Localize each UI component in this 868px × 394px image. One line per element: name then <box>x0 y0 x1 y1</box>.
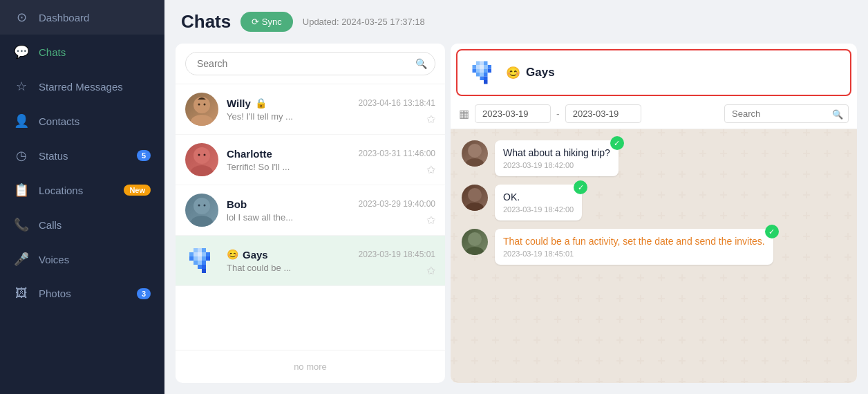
chat-item-willy[interactable]: Willy 🔒 2023-04-16 13:18:41 Yes! I'll te… <box>176 84 445 135</box>
svg-point-51 <box>466 158 484 167</box>
messages-area: What about a hiking trip? 2023-03-19 18:… <box>451 129 857 383</box>
svg-rect-29 <box>202 265 206 269</box>
sidebar-item-calls[interactable]: 📞 Calls <box>0 207 164 242</box>
svg-point-53 <box>466 203 484 211</box>
msg-bubble: That could be a fun activity, set the da… <box>495 229 773 265</box>
chat-name: Willy <box>227 97 251 109</box>
sidebar-item-label: Starred Messages <box>39 81 123 93</box>
main-content: Chats ⟳ Sync Updated: 2024-03-25 17:37:1… <box>164 0 868 394</box>
chat-name-row: Charlotte 2023-03-31 11:46:00 <box>227 148 435 160</box>
svg-point-52 <box>468 188 482 202</box>
svg-rect-27 <box>202 261 206 265</box>
photos-icon: 🖼 <box>14 286 29 301</box>
date-from-input[interactable] <box>475 104 551 123</box>
sidebar-item-chats[interactable]: 💬 Chats <box>0 35 164 69</box>
svg-rect-23 <box>198 256 202 261</box>
chat-time: 2023-04-16 13:18:41 <box>359 98 435 108</box>
svg-rect-16 <box>206 252 210 256</box>
svg-rect-19 <box>198 252 202 256</box>
sidebar: ⊙ Dashboard 💬 Chats ☆ Starred Messages 👤… <box>0 0 164 394</box>
filter-search-input[interactable] <box>724 104 849 123</box>
chat-item-bob[interactable]: Bob 2023-03-29 19:40:00 lol I saw all th… <box>176 185 445 236</box>
avatar-charlotte <box>185 143 218 176</box>
status-icon: ◷ <box>14 148 29 163</box>
svg-point-3 <box>204 104 206 106</box>
search-box: 🔍 <box>176 44 445 84</box>
chat-preview: lol I saw all the... <box>227 212 435 223</box>
content-area: 🔍 Willy 🔒 2023-04-16 13:18:41 Yes! I'll … <box>164 44 868 394</box>
svg-point-2 <box>198 104 200 106</box>
star-icon: ✩ <box>426 113 435 126</box>
svg-rect-40 <box>488 69 492 73</box>
svg-point-50 <box>468 144 482 158</box>
svg-rect-37 <box>476 65 480 69</box>
sync-button[interactable]: ⟳ Sync <box>240 12 293 32</box>
svg-rect-26 <box>198 261 202 265</box>
svg-rect-18 <box>194 252 198 256</box>
svg-point-4 <box>194 147 210 164</box>
svg-rect-35 <box>488 65 492 69</box>
sidebar-item-label: Chats <box>39 46 66 58</box>
svg-rect-47 <box>480 77 484 81</box>
svg-rect-43 <box>484 69 488 73</box>
svg-point-9 <box>191 216 213 227</box>
svg-point-55 <box>466 247 484 255</box>
sidebar-item-status[interactable]: ◷ Status 5 <box>0 138 164 173</box>
svg-rect-28 <box>198 265 202 269</box>
svg-rect-30 <box>202 269 206 273</box>
gays-emoji: 😊 <box>227 249 238 260</box>
chat-name: Bob <box>227 198 247 210</box>
calendar-icon: ▦ <box>459 107 469 120</box>
svg-rect-44 <box>476 73 480 77</box>
svg-rect-13 <box>194 248 198 252</box>
chat-time: 2023-03-31 11:46:00 <box>359 149 435 158</box>
chat-item-gays[interactable]: 😊 Gays 2023-03-19 18:45:01 That could be… <box>176 236 445 286</box>
sidebar-item-label: Calls <box>39 219 62 231</box>
svg-rect-25 <box>194 261 198 265</box>
message-row: What about a hiking trip? 2023-03-19 18:… <box>462 140 846 176</box>
svg-rect-33 <box>480 62 484 66</box>
chat-item-charlotte[interactable]: Charlotte 2023-03-31 11:46:00 Terrific! … <box>176 135 445 185</box>
svg-point-11 <box>204 205 206 207</box>
svg-rect-31 <box>473 65 477 69</box>
page-header: Chats ⟳ Sync Updated: 2024-03-25 17:37:1… <box>164 0 868 44</box>
filter-search-icon: 🔍 <box>832 109 843 119</box>
chat-info-willy: Willy 🔒 2023-04-16 13:18:41 Yes! I'll te… <box>227 97 435 122</box>
svg-rect-21 <box>206 256 210 261</box>
message-row: OK. 2023-03-19 18:42:00 ✓ <box>462 185 846 221</box>
chat-preview: Terrific! So I'll ... <box>227 162 435 172</box>
star-icon: ✩ <box>426 163 435 176</box>
message-row: That could be a fun activity, set the da… <box>462 229 846 265</box>
page-title: Chats <box>181 11 231 32</box>
whatsapp-icon: ✓ <box>610 136 624 150</box>
sidebar-item-locations[interactable]: 📋 Locations New <box>0 173 164 207</box>
sidebar-item-photos[interactable]: 🖼 Photos 3 <box>0 276 164 310</box>
sidebar-item-starred[interactable]: ☆ Starred Messages <box>0 69 164 104</box>
date-separator: - <box>556 109 560 120</box>
chat-preview: Yes! I'll tell my ... <box>227 111 435 122</box>
sidebar-item-contacts[interactable]: 👤 Contacts <box>0 104 164 138</box>
msg-text: What about a hiking trip? <box>503 147 610 158</box>
svg-rect-20 <box>202 252 206 256</box>
locations-badge: New <box>124 185 151 196</box>
date-to-input[interactable] <box>565 104 641 123</box>
sidebar-item-dashboard[interactable]: ⊙ Dashboard <box>0 0 164 35</box>
svg-rect-49 <box>484 80 488 84</box>
msg-text: OK. <box>503 191 574 203</box>
star-icon: ✩ <box>426 214 435 227</box>
svg-point-5 <box>191 165 213 176</box>
chat-list-panel: 🔍 Willy 🔒 2023-04-16 13:18:41 Yes! I'll … <box>176 44 445 383</box>
sidebar-item-label: Contacts <box>39 115 79 127</box>
chat-info-gays: 😊 Gays 2023-03-19 18:45:01 That could be… <box>227 249 435 273</box>
svg-rect-45 <box>480 73 484 77</box>
chat-name-row: 😊 Gays 2023-03-19 18:45:01 <box>227 249 435 261</box>
star-nav-icon: ☆ <box>14 79 29 94</box>
star-icon: ✩ <box>426 264 435 277</box>
search-input[interactable] <box>185 52 435 75</box>
avatar-willy <box>185 93 218 126</box>
detail-avatar <box>469 57 499 88</box>
whatsapp-icon: ✓ <box>765 225 779 238</box>
whatsapp-icon: ✓ <box>574 180 587 194</box>
sidebar-item-voices[interactable]: 🎤 Voices <box>0 242 164 276</box>
no-more-label: no more <box>176 350 445 383</box>
